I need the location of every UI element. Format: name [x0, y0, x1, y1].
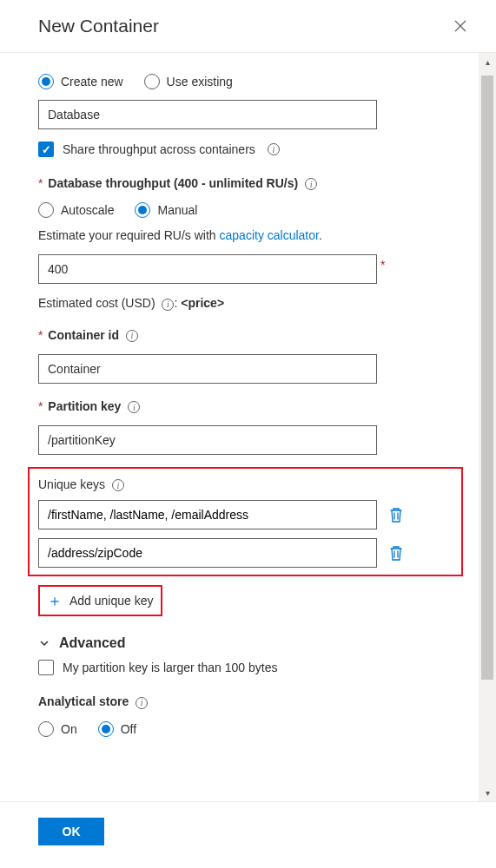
- close-icon: [454, 20, 466, 32]
- throughput-label: Database throughput (400 - unlimited RU/…: [48, 176, 298, 190]
- estimate-text: Estimate your required RU/s with: [38, 228, 220, 242]
- vertical-scrollbar[interactable]: ▴ ▾: [479, 53, 496, 801]
- close-button[interactable]: [451, 16, 470, 36]
- radio-label: Use existing: [167, 75, 233, 89]
- radio-label: Manual: [157, 203, 197, 217]
- delete-unique-key-1[interactable]: [389, 545, 403, 561]
- radio-icon: [38, 74, 54, 89]
- unique-key-row: [38, 500, 453, 529]
- panel-body: Create new Use existing ✓ Share throughp…: [0, 53, 496, 801]
- trash-icon: [389, 507, 403, 523]
- scroll-content: Create new Use existing ✓ Share throughp…: [0, 53, 479, 801]
- panel-header: New Container: [0, 0, 496, 52]
- period: .: [319, 228, 322, 242]
- radio-icon: [98, 721, 114, 737]
- plus-icon: ＋: [47, 590, 63, 611]
- radio-analytical-off[interactable]: Off: [98, 721, 136, 737]
- rus-input[interactable]: [38, 254, 377, 284]
- database-name-row: [38, 100, 458, 129]
- info-icon[interactable]: [162, 299, 174, 311]
- partition-key-input[interactable]: [38, 425, 377, 455]
- container-id-input-row: [38, 354, 458, 384]
- required-indicator: *: [38, 176, 43, 190]
- info-icon[interactable]: [305, 178, 317, 190]
- large-partition-key-checkbox[interactable]: [38, 660, 54, 675]
- analytical-store-label-row: Analytical store: [38, 694, 458, 708]
- add-unique-key-button[interactable]: ＋ Add unique key: [47, 590, 154, 611]
- delete-unique-key-0[interactable]: [389, 507, 403, 523]
- analytical-store-label: Analytical store: [38, 694, 129, 708]
- radio-icon: [135, 202, 150, 218]
- new-container-panel: New Container Create new Use existing: [0, 0, 496, 868]
- checkmark-icon: ✓: [42, 143, 51, 156]
- unique-key-row: [38, 538, 453, 568]
- ok-button[interactable]: OK: [38, 818, 104, 845]
- estimated-cost-value: <price>: [181, 296, 224, 310]
- database-name-input[interactable]: [38, 100, 377, 129]
- radio-autoscale[interactable]: Autoscale: [38, 202, 114, 218]
- unique-key-input-0[interactable]: [38, 500, 377, 529]
- unique-keys-label: Unique keys: [38, 477, 105, 491]
- estimate-text-row: Estimate your required RU/s with capacit…: [38, 228, 458, 242]
- scroll-down-button[interactable]: ▾: [479, 784, 496, 801]
- db-mode-radios: Create new Use existing: [38, 74, 458, 89]
- unique-key-input-1[interactable]: [38, 538, 377, 568]
- throughput-mode-radios: Autoscale Manual: [38, 202, 458, 218]
- radio-icon: [144, 74, 160, 89]
- info-icon[interactable]: [128, 401, 140, 413]
- add-unique-key-highlight: ＋ Add unique key: [38, 585, 162, 616]
- container-id-input[interactable]: [38, 354, 377, 384]
- partition-key-label-row: * Partition key: [38, 399, 458, 413]
- info-icon[interactable]: [268, 143, 280, 155]
- info-icon[interactable]: [112, 479, 124, 491]
- rus-input-row: *: [38, 254, 458, 284]
- partition-key-label: Partition key: [48, 399, 121, 413]
- container-id-label: Container id: [48, 328, 119, 342]
- radio-label: Off: [121, 722, 136, 736]
- large-partition-key-label: My partition key is larger than 100 byte…: [63, 661, 277, 674]
- scrollbar-thumb[interactable]: [481, 76, 493, 680]
- partition-key-input-row: [38, 425, 458, 455]
- advanced-label: Advanced: [59, 635, 125, 651]
- radio-create-new[interactable]: Create new: [38, 74, 123, 89]
- info-icon[interactable]: [126, 330, 138, 342]
- info-icon[interactable]: [136, 697, 148, 709]
- unique-keys-label-row: Unique keys: [38, 477, 453, 491]
- capacity-calculator-link[interactable]: capacity calculator: [220, 228, 319, 242]
- radio-analytical-on[interactable]: On: [38, 721, 77, 737]
- chevron-down-icon: [38, 637, 50, 649]
- required-indicator: *: [38, 328, 43, 342]
- container-id-label-row: * Container id: [38, 328, 458, 342]
- unique-keys-highlight: Unique keys: [28, 467, 463, 576]
- radio-label: Autoscale: [61, 203, 114, 217]
- required-indicator: *: [38, 399, 43, 413]
- share-throughput-row: ✓ Share throughput across containers: [38, 141, 458, 157]
- radio-icon: [38, 202, 54, 218]
- panel-footer: OK: [0, 801, 496, 868]
- large-partition-key-row: My partition key is larger than 100 byte…: [38, 660, 458, 675]
- share-throughput-label: Share throughput across containers: [63, 142, 255, 156]
- radio-use-existing[interactable]: Use existing: [144, 74, 233, 89]
- radio-label: Create new: [61, 75, 123, 89]
- throughput-label-row: * Database throughput (400 - unlimited R…: [38, 176, 458, 190]
- add-unique-key-label: Add unique key: [69, 594, 154, 608]
- scrollbar-track[interactable]: [479, 70, 496, 784]
- radio-manual[interactable]: Manual: [135, 202, 197, 218]
- trash-icon: [389, 545, 403, 561]
- estimated-cost-label: Estimated cost (USD): [38, 296, 158, 310]
- required-indicator: *: [380, 258, 385, 272]
- radio-label: On: [61, 722, 77, 736]
- scroll-up-button[interactable]: ▴: [479, 53, 496, 70]
- panel-title: New Container: [38, 16, 159, 36]
- advanced-toggle[interactable]: Advanced: [38, 635, 458, 651]
- analytical-store-radios: On Off: [38, 721, 458, 737]
- share-throughput-checkbox[interactable]: ✓: [38, 141, 54, 157]
- estimated-cost-row: Estimated cost (USD) : <price>: [38, 296, 458, 310]
- radio-icon: [38, 721, 54, 737]
